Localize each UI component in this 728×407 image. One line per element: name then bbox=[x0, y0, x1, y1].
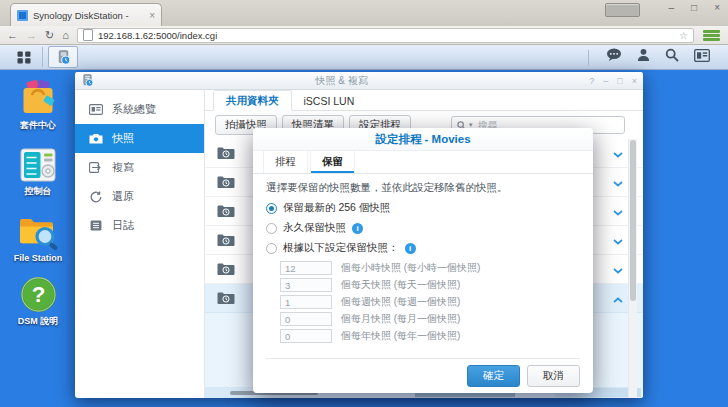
tab-shared-folder[interactable]: 共用資料夾 bbox=[213, 90, 292, 111]
desktop-icon-package-center[interactable]: 套件中心 bbox=[0, 80, 76, 132]
tab-close-icon[interactable]: × bbox=[149, 10, 155, 21]
person-icon bbox=[637, 48, 650, 62]
url-text[interactable]: 192.168.1.62:5000/index.cgi bbox=[98, 30, 217, 41]
notifications-button[interactable] bbox=[606, 48, 622, 66]
retention-row-monthly: 個每月快照 (每月一個快照) bbox=[280, 312, 580, 326]
cancel-button[interactable]: 取消 bbox=[527, 365, 580, 387]
chrome-menu-icon[interactable] bbox=[702, 29, 721, 42]
overlay-badge bbox=[605, 3, 640, 17]
scrollbar-thumb[interactable] bbox=[630, 140, 636, 301]
dialog-tab-schedule[interactable]: 排程 bbox=[263, 151, 308, 173]
snapshot-folder-icon bbox=[217, 146, 235, 160]
chevron-up-icon[interactable] bbox=[613, 289, 623, 307]
sidebar-item-recovery[interactable]: 還原 bbox=[75, 182, 204, 211]
retention-label: 個每天快照 (每天一個快照) bbox=[341, 278, 460, 292]
option-label: 保留最新的 256 個快照 bbox=[283, 201, 390, 215]
browser-close-button[interactable]: × bbox=[714, 2, 720, 13]
tab-iscsi-lun[interactable]: iSCSI LUN bbox=[292, 90, 367, 111]
window-minimize-button[interactable]: – bbox=[603, 76, 608, 86]
chevron-down-icon[interactable] bbox=[613, 144, 623, 162]
window-help-button[interactable]: ? bbox=[589, 76, 594, 86]
retention-label: 個每小時快照 (每小時一個快照) bbox=[341, 261, 480, 275]
weekly-count-input[interactable] bbox=[280, 295, 332, 309]
file-station-icon bbox=[17, 214, 59, 251]
monthly-count-input[interactable] bbox=[280, 312, 332, 326]
grid-icon bbox=[17, 51, 32, 64]
browser-minimize-button[interactable]: – bbox=[669, 2, 675, 13]
sidebar-item-overview[interactable]: 系統總覽 bbox=[75, 95, 204, 124]
browser-tabstrip: Synology DiskStation - × – □ × bbox=[0, 0, 728, 26]
log-icon bbox=[88, 220, 103, 231]
desktop-icon-label: File Station bbox=[14, 253, 63, 263]
chevron-down-icon[interactable] bbox=[613, 173, 623, 191]
content-tabbar: 共用資料夾 iSCSI LUN bbox=[205, 90, 643, 111]
desktop-icon-file-station[interactable]: File Station bbox=[0, 214, 76, 263]
list-scrollbar[interactable] bbox=[628, 139, 637, 398]
chevron-down-icon[interactable] bbox=[613, 231, 623, 249]
search-icon bbox=[665, 48, 679, 62]
retention-row-weekly: 個每週快照 (每週一個快照) bbox=[280, 295, 580, 309]
home-icon[interactable]: ⌂ bbox=[62, 30, 69, 41]
widgets-button[interactable] bbox=[694, 48, 710, 66]
dialog-footer: 確定 取消 bbox=[266, 358, 580, 387]
yearly-count-input[interactable] bbox=[280, 329, 332, 343]
sidebar-item-snapshot[interactable]: 快照 bbox=[75, 124, 204, 153]
url-bar[interactable]: 192.168.1.62:5000/index.cgi ☆ bbox=[77, 28, 694, 43]
screen: Synology DiskStation - × – □ × ← → ↻ ⌂ 1… bbox=[0, 0, 728, 407]
window-title: 快照 & 複寫 bbox=[98, 74, 585, 88]
retention-label: 個每月快照 (每月一個快照) bbox=[341, 312, 460, 326]
radio-icon[interactable] bbox=[266, 223, 277, 234]
replication-icon bbox=[88, 162, 103, 173]
desktop-icon-control-panel[interactable]: 控制台 bbox=[0, 148, 76, 198]
back-icon[interactable]: ← bbox=[7, 30, 18, 41]
main-menu-button[interactable] bbox=[6, 47, 43, 67]
package-center-icon bbox=[18, 80, 58, 117]
reload-icon[interactable]: ↻ bbox=[45, 30, 54, 41]
sidebar-item-replication[interactable]: 複寫 bbox=[75, 153, 204, 182]
dialog-tabbar: 排程 保留 bbox=[253, 151, 593, 174]
option-keep-latest[interactable]: 保留最新的 256 個快照 bbox=[266, 201, 580, 215]
hourly-count-input[interactable] bbox=[280, 261, 332, 275]
forward-icon[interactable]: → bbox=[26, 30, 37, 41]
set-schedule-dialog: 設定排程 - Movies 排程 保留 選擇要保留的快照數量，並依此設定移除舊的… bbox=[253, 128, 593, 393]
sidebar-item-log[interactable]: 日誌 bbox=[75, 211, 204, 240]
ok-button[interactable]: 確定 bbox=[467, 365, 520, 387]
option-label: 根據以下設定保留快照： bbox=[283, 241, 399, 255]
info-icon[interactable]: i bbox=[352, 223, 363, 234]
restore-icon bbox=[88, 191, 103, 203]
desktop-icon-dsm-help[interactable]: ? DSM 說明 bbox=[0, 276, 76, 328]
option-keep-by-rules[interactable]: 根據以下設定保留快照： i bbox=[266, 241, 580, 255]
option-label: 永久保留快照 bbox=[283, 221, 346, 235]
dsm-help-icon: ? bbox=[20, 276, 57, 313]
snapshot-folder-icon bbox=[217, 291, 235, 305]
option-keep-forever[interactable]: 永久保留快照 i bbox=[266, 221, 580, 235]
options-button[interactable] bbox=[637, 48, 650, 66]
browser-maximize-button[interactable]: □ bbox=[691, 2, 697, 13]
chevron-down-icon[interactable] bbox=[613, 260, 623, 278]
taskbar-divider bbox=[588, 50, 589, 65]
window-maximize-button[interactable]: □ bbox=[617, 76, 622, 86]
window-titlebar[interactable]: 快照 & 複寫 ? – □ × bbox=[75, 72, 643, 90]
chevron-down-icon[interactable] bbox=[613, 202, 623, 220]
snapshot-replication-app-icon bbox=[56, 50, 71, 65]
browser-tab[interactable]: Synology DiskStation - × bbox=[10, 3, 162, 26]
bookmark-star-icon[interactable]: ☆ bbox=[679, 30, 688, 41]
page-icon bbox=[83, 29, 93, 41]
retention-label: 個每週快照 (每週一個快照) bbox=[341, 295, 460, 309]
dsm-taskbar bbox=[0, 45, 728, 70]
desktop-icon-label: 套件中心 bbox=[20, 119, 56, 132]
browser-tab-title: Synology DiskStation - bbox=[33, 10, 144, 21]
dialog-tab-retention[interactable]: 保留 bbox=[310, 151, 355, 173]
taskbar-snapshot-app-button[interactable] bbox=[48, 46, 78, 68]
search-button[interactable] bbox=[665, 48, 679, 66]
daily-count-input[interactable] bbox=[280, 278, 332, 292]
radio-selected-icon[interactable] bbox=[266, 203, 277, 214]
window-close-button[interactable]: × bbox=[632, 76, 637, 86]
sidebar-item-label: 系統總覽 bbox=[112, 102, 156, 117]
snapshot-folder-icon bbox=[217, 262, 235, 276]
snapshot-folder-icon bbox=[217, 233, 235, 247]
radio-icon[interactable] bbox=[266, 243, 277, 254]
info-icon[interactable]: i bbox=[405, 243, 416, 254]
sidebar-item-label: 快照 bbox=[112, 131, 134, 146]
retention-row-yearly: 個每年快照 (每年一個快照) bbox=[280, 329, 580, 343]
